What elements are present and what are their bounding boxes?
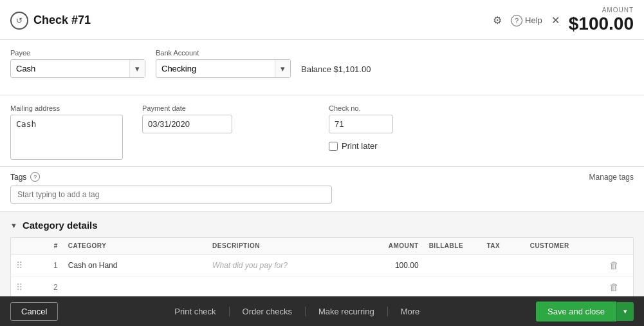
payee-dropdown-wrapper[interactable]: ▾ — [10, 59, 145, 78]
manage-tags-link[interactable]: Manage tags — [589, 173, 634, 182]
payee-input[interactable] — [11, 60, 129, 77]
help-icon[interactable]: ? Help — [511, 15, 542, 26]
footer-center: Print check Order checks Make recurring … — [161, 307, 432, 316]
page-title: Check #71 — [33, 14, 91, 27]
main-content: Payee ▾ Bank Account ▾ Balance $1,101.00… — [0, 40, 644, 296]
amount-value: $100.00 — [569, 14, 634, 34]
check-no-group: Check no. Print later — [329, 104, 393, 151]
row-num-2: 2 — [34, 276, 63, 297]
col-amount: AMOUNT — [351, 238, 423, 254]
amount-section: AMOUNT $100.00 — [569, 6, 634, 34]
category-section: ▼ Category details # CATEGORY DESCRIPTIO… — [0, 212, 644, 296]
mailing-date-section: Mailing address Cash Payment date Check … — [0, 95, 644, 167]
col-drag — [11, 238, 34, 254]
bank-account-input[interactable] — [156, 60, 275, 77]
category-cell-2[interactable] — [63, 276, 207, 297]
col-action — [604, 238, 633, 254]
tags-label-row: Tags ? — [10, 172, 40, 182]
drag-handle-icon-2[interactable]: ⠿ — [16, 282, 23, 292]
customer-cell-2[interactable] — [525, 276, 604, 297]
help-label: Help — [525, 15, 542, 25]
tags-section: Tags ? Manage tags — [0, 167, 644, 212]
col-customer: CUSTOMER — [525, 238, 604, 254]
delete-cell-1[interactable]: 🗑 — [604, 254, 633, 276]
drag-handle-cell[interactable]: ⠿ — [11, 254, 34, 276]
print-later-row: Print later — [329, 141, 393, 151]
mailing-address-group: Mailing address Cash — [10, 104, 123, 160]
col-category: CATEGORY — [63, 238, 207, 254]
row-num-1: 1 — [34, 254, 63, 276]
delete-row-1-button[interactable]: 🗑 — [609, 260, 619, 271]
footer-right: Save and close ▾ — [536, 302, 634, 321]
category-table: # CATEGORY DESCRIPTION AMOUNT BILLABLE T… — [11, 238, 633, 296]
collapse-icon[interactable]: ▼ — [10, 222, 17, 229]
table-row: ⠿ 1 Cash on Hand What did you pay for? 1… — [11, 254, 633, 276]
bank-account-label: Bank Account — [156, 49, 291, 57]
category-cell-1[interactable]: Cash on Hand — [63, 254, 207, 276]
make-recurring-link[interactable]: Make recurring — [306, 307, 388, 316]
payee-dropdown-arrow[interactable]: ▾ — [129, 60, 145, 77]
description-cell-2[interactable] — [207, 276, 351, 297]
drag-handle-cell-2[interactable]: ⠿ — [11, 276, 34, 297]
col-tax: TAX — [481, 238, 524, 254]
payment-date-group: Payment date — [142, 104, 232, 133]
payment-date-label: Payment date — [142, 104, 232, 112]
tags-input[interactable] — [10, 186, 332, 204]
payee-bank-section: Payee ▾ Bank Account ▾ Balance $1,101.00 — [0, 40, 644, 95]
delete-cell-2[interactable]: 🗑 — [604, 276, 633, 297]
gear-icon[interactable]: ⚙ — [493, 14, 502, 26]
tax-cell-1[interactable] — [481, 254, 524, 276]
mailing-date-row: Mailing address Cash Payment date Check … — [10, 104, 634, 160]
header-right: ⚙ ? Help ✕ AMOUNT $100.00 — [493, 6, 634, 34]
header: ↺ Check #71 ⚙ ? Help ✕ AMOUNT $100.00 — [0, 0, 644, 40]
footer: Cancel Print check Order checks Make rec… — [0, 296, 644, 326]
category-table-wrapper: # CATEGORY DESCRIPTION AMOUNT BILLABLE T… — [10, 237, 634, 296]
col-num: # — [34, 238, 63, 254]
order-checks-link[interactable]: Order checks — [230, 307, 306, 316]
close-icon[interactable]: ✕ — [551, 14, 560, 26]
save-and-close-button[interactable]: Save and close — [536, 302, 616, 321]
bank-account-dropdown-wrapper[interactable]: ▾ — [156, 59, 291, 78]
tax-cell-2[interactable] — [481, 276, 524, 297]
billable-cell-2[interactable] — [424, 276, 482, 297]
amount-cell-1[interactable]: 100.00 — [351, 254, 423, 276]
billable-cell-1[interactable] — [424, 254, 482, 276]
tags-header: Tags ? Manage tags — [10, 172, 634, 182]
category-title: Category details — [23, 220, 98, 231]
drag-handle-icon[interactable]: ⠿ — [16, 260, 23, 271]
bank-account-dropdown-arrow[interactable]: ▾ — [275, 60, 290, 77]
more-link[interactable]: More — [388, 307, 433, 316]
payment-date-input[interactable] — [142, 115, 232, 133]
bank-account-group: Bank Account ▾ — [156, 49, 291, 78]
mailing-address-input[interactable]: Cash — [10, 115, 123, 160]
print-check-link[interactable]: Print check — [161, 307, 229, 316]
check-no-label: Check no. — [329, 104, 393, 112]
header-left: ↺ Check #71 — [10, 12, 91, 30]
mailing-address-label: Mailing address — [10, 104, 123, 112]
col-description: DESCRIPTION — [207, 238, 351, 254]
category-header: ▼ Category details — [10, 220, 634, 231]
check-icon: ↺ — [10, 12, 28, 30]
tags-label: Tags — [10, 173, 26, 182]
payee-label: Payee — [10, 49, 145, 57]
customer-cell-1[interactable] — [525, 254, 604, 276]
delete-row-2-button[interactable]: 🗑 — [609, 282, 619, 292]
footer-left: Cancel — [10, 302, 58, 321]
check-no-input[interactable] — [329, 115, 393, 133]
balance-text: Balance $1,101.00 — [301, 64, 371, 78]
print-later-checkbox[interactable] — [329, 142, 338, 151]
amount-cell-2[interactable] — [351, 276, 423, 297]
description-cell-1[interactable]: What did you pay for? — [207, 254, 351, 276]
save-dropdown-button[interactable]: ▾ — [616, 302, 634, 321]
table-row: ⠿ 2 🗑 — [11, 276, 633, 297]
payee-bank-row: Payee ▾ Bank Account ▾ Balance $1,101.00 — [10, 49, 634, 78]
col-billable: BILLABLE — [424, 238, 482, 254]
tags-info-icon[interactable]: ? — [30, 172, 40, 182]
payee-group: Payee ▾ — [10, 49, 145, 78]
cancel-button[interactable]: Cancel — [10, 302, 58, 321]
amount-label: AMOUNT — [569, 6, 634, 14]
help-circle-icon: ? — [511, 15, 522, 26]
print-later-label: Print later — [342, 141, 378, 151]
